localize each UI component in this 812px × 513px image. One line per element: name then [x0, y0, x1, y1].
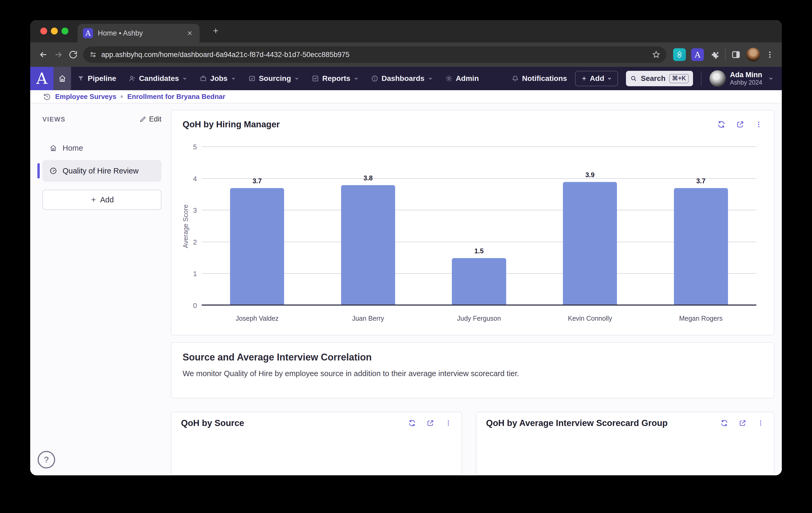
minimize-window-button[interactable] [51, 28, 58, 34]
sidebar: VIEWS Edit Home Quality of Hire Review [30, 104, 171, 475]
nav-right-group: Notifications Add Search ⌘+K Ada Minn [512, 70, 782, 87]
open-external-icon[interactable] [427, 420, 434, 427]
url-text[interactable]: app.ashbyhq.com/home/dashboard-6a94a21c-… [101, 51, 648, 59]
selected-indicator [37, 163, 40, 179]
x-tick-label: Juan Berry [352, 315, 384, 322]
gauge-icon [49, 167, 57, 175]
sidebar-add-view-button[interactable]: Add [42, 190, 162, 210]
bookmark-star-icon[interactable] [652, 50, 660, 59]
bar-value-label: 1.5 [474, 247, 484, 255]
bar-megan-rogers[interactable] [674, 188, 728, 305]
refresh-icon[interactable] [717, 120, 726, 129]
card-menu-kebab-icon[interactable] [445, 420, 452, 427]
card-menu-kebab-icon[interactable] [755, 120, 763, 128]
breadcrumb-separator [121, 96, 123, 98]
back-icon[interactable] [36, 47, 51, 62]
dashboards-icon [371, 75, 378, 82]
content-area: VIEWS Edit Home Quality of Hire Review [30, 104, 782, 475]
user-name: Ada Minn [730, 71, 762, 79]
info-card: Source and Average Interview Correlation… [171, 342, 774, 398]
refresh-icon[interactable] [720, 419, 728, 427]
breadcrumb-link-employee-surveys[interactable]: Employee Surveys [55, 92, 116, 101]
forward-icon[interactable] [51, 47, 66, 62]
x-tick-label: Judy Ferguson [457, 315, 501, 322]
bar-kevin-connolly[interactable] [563, 182, 617, 305]
home-icon [49, 144, 57, 152]
help-button[interactable]: ? [38, 451, 55, 468]
breadcrumb-link-enrollment[interactable]: Enrollment for Bryana Bednar [127, 92, 225, 101]
bar-value-label: 3.7 [696, 177, 705, 185]
nav-item-jobs[interactable]: Jobs [194, 67, 242, 90]
history-icon[interactable] [43, 92, 51, 101]
nav-item-admin[interactable]: Admin [439, 67, 485, 90]
ashby-logo[interactable]: A [30, 67, 54, 90]
window-controls [40, 28, 68, 34]
plus-icon [90, 196, 97, 203]
search-button[interactable]: Search ⌘+K [626, 71, 693, 86]
info-card-body: We monitor Quality of Hire by employee s… [182, 369, 763, 378]
y-tick-label: 3 [193, 206, 197, 215]
nav-home-button[interactable] [54, 67, 71, 90]
nav-item-sourcing[interactable]: Sourcing [242, 67, 306, 90]
y-tick-label: 5 [193, 143, 197, 151]
search-icon [630, 75, 637, 82]
add-button[interactable]: Add [575, 71, 618, 86]
funnel-icon [77, 75, 85, 82]
bar-joseph-valdez[interactable] [230, 188, 284, 305]
search-shortcut-badge: ⌘+K [669, 74, 689, 83]
reload-icon[interactable] [66, 47, 81, 62]
toolbar-divider [725, 49, 726, 60]
bar-juan-berry[interactable] [341, 185, 395, 305]
nav-item-pipeline[interactable]: Pipeline [71, 67, 122, 90]
screenshot-canvas: A Home • Ashby [0, 0, 812, 513]
sourcing-icon [248, 75, 256, 82]
gridline [202, 146, 756, 147]
y-tick-label: 2 [193, 238, 197, 246]
open-external-icon[interactable] [739, 420, 746, 427]
bar-judy-ferguson[interactable] [452, 258, 506, 305]
ashby-extension-icon[interactable]: A [691, 48, 704, 61]
bar-value-label: 3.9 [585, 171, 595, 179]
card-menu-kebab-icon[interactable] [757, 420, 764, 427]
bottom-card-row: QoH by Source QoH by Average Interview S… [171, 412, 774, 475]
x-tick-label: Megan Rogers [679, 315, 723, 322]
app-nav-bar: A Pipeline Candidates Jobs [30, 67, 782, 90]
tab-close-icon[interactable] [185, 29, 194, 38]
refresh-icon[interactable] [408, 419, 416, 427]
gridline [202, 242, 756, 242]
notifications-button[interactable]: Notifications [512, 74, 567, 83]
user-avatar [709, 70, 726, 87]
x-tick-label: Kevin Connolly [568, 315, 612, 322]
edit-views-button[interactable]: Edit [139, 115, 162, 123]
sidebar-item-quality-of-hire-review[interactable]: Quality of Hire Review [42, 160, 162, 182]
side-panel-icon[interactable] [731, 50, 741, 60]
user-menu[interactable]: Ada Minn Ashby 2024 [709, 70, 774, 87]
chart-icon [312, 75, 319, 82]
user-org: Ashby 2024 [730, 79, 762, 86]
nav-item-reports[interactable]: Reports [306, 67, 365, 90]
bell-icon [512, 75, 519, 82]
browser-tab[interactable]: A Home • Ashby [78, 24, 200, 43]
new-tab-button[interactable] [209, 24, 222, 37]
nav-item-dashboards[interactable]: Dashboards [365, 67, 439, 90]
open-external-icon[interactable] [736, 120, 744, 128]
address-bar[interactable]: app.ashbyhq.com/home/dashboard-6a94a21c-… [83, 47, 666, 63]
tab-title: Home • Ashby [98, 29, 180, 37]
y-tick-label: 4 [193, 174, 197, 183]
qoh-by-hiring-manager-card: QoH by Hiring Manager Average Score 0123… [171, 110, 774, 335]
extensions-puzzle-icon[interactable] [709, 49, 720, 60]
tab-strip: A Home • Ashby [30, 20, 782, 43]
pencil-icon [139, 116, 146, 123]
x-tick-label: Joseph Valdez [236, 315, 279, 322]
browser-profile-avatar[interactable] [746, 48, 760, 61]
zoom-window-button[interactable] [61, 28, 68, 34]
main-panel: QoH by Hiring Manager Average Score 0123… [171, 104, 782, 475]
chevron-down-icon [428, 76, 433, 81]
sidebar-item-home[interactable]: Home [42, 138, 162, 158]
chevron-down-icon [182, 76, 187, 81]
teal-extension-icon[interactable] [673, 48, 686, 61]
nav-item-candidates[interactable]: Candidates [122, 67, 194, 90]
close-window-button[interactable] [40, 28, 47, 34]
site-settings-icon[interactable] [89, 51, 97, 59]
browser-menu-kebab-icon[interactable] [765, 50, 774, 59]
